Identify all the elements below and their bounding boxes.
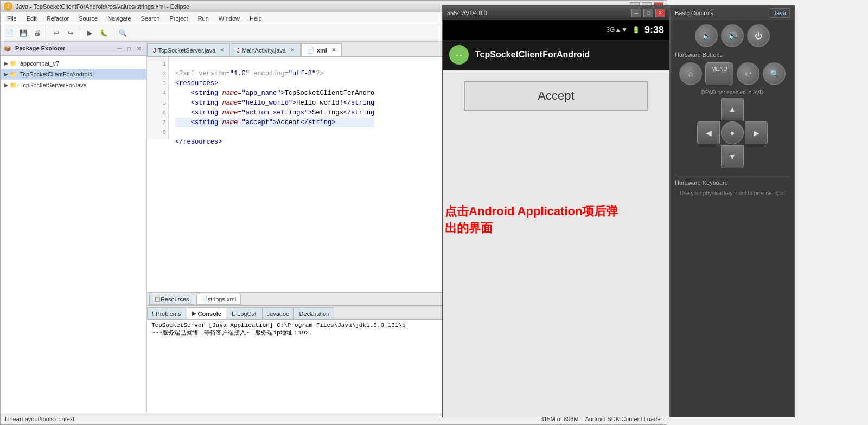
avd-title-bar: 5554:AVD4.0.0 ─ □ ✕	[443, 6, 669, 20]
home-button[interactable]: ⌂	[679, 62, 702, 85]
declaration-tab[interactable]: Declaration	[295, 307, 335, 319]
menu-file[interactable]: File	[3, 14, 21, 23]
tree-label: appcompat_v7	[20, 60, 59, 67]
tab-stringsxml[interactable]: 📄 xml ✕	[301, 43, 342, 56]
menu-project[interactable]: Project	[165, 14, 192, 23]
logcat-tab[interactable]: L LogCat	[227, 307, 261, 319]
controls-title-bar: Basic Controls Java	[671, 6, 794, 20]
android-icon	[449, 45, 469, 65]
tree-arrow: ▶	[3, 82, 9, 88]
debug-button[interactable]: 🐛	[97, 27, 110, 40]
phone-app-bar: TcpSocketClientForAndroid	[443, 40, 669, 70]
undo-button[interactable]: ↩	[50, 27, 63, 40]
battery-icon: 🔋	[632, 26, 640, 34]
annotation-overlay: 点击Android Application项后弹出的界面	[445, 203, 618, 237]
menu-button[interactable]: MENU	[705, 62, 733, 85]
nav-buttons-row: ⌂ MENU ↩ 🔍	[675, 62, 790, 85]
app-title: TcpSocketClientForAndroid	[475, 50, 590, 60]
menu-source[interactable]: Source	[74, 14, 102, 23]
javadoc-tab[interactable]: Javadoc	[262, 307, 294, 319]
back-button[interactable]: ↩	[737, 62, 760, 85]
sep3	[113, 28, 113, 38]
menu-search[interactable]: Search	[137, 14, 164, 23]
dpad-right-button[interactable]: ▶	[745, 121, 768, 144]
console-tab[interactable]: ▶ Console	[187, 307, 226, 319]
dpad-left-button[interactable]: ◀	[697, 121, 720, 144]
tree-item-tcpserver[interactable]: ▶ 📁 TcpSocketServerForJava	[1, 80, 146, 91]
minimize-panel-button[interactable]: ─	[115, 44, 124, 53]
menu-refactor[interactable]: Refactor	[42, 14, 74, 23]
menu-help[interactable]: Help	[245, 14, 266, 23]
phone-time: 9:38	[644, 24, 664, 36]
avd-maximize[interactable]: □	[643, 9, 653, 17]
dpad-note: DPAD not enabled in AVD	[675, 89, 790, 95]
svg-point-3	[460, 55, 461, 56]
package-explorer-title: 📦 Package Explorer	[4, 45, 115, 52]
svg-line-5	[462, 50, 463, 52]
menu-navigate[interactable]: Navigate	[103, 14, 135, 23]
controls-title-text: Basic Controls	[675, 10, 770, 16]
panel-actions: ─ □ ✕	[115, 44, 143, 53]
eclipse-icon: J	[4, 2, 12, 11]
accept-button[interactable]: Accept	[464, 81, 648, 111]
tree-label: TcpSocketServerForJava	[20, 82, 87, 88]
tree-arrow: ▶	[3, 61, 9, 66]
tree-label: TcpSocketClientForAndroid	[20, 71, 92, 78]
dpad-center-button[interactable]: ●	[721, 121, 744, 144]
print-button[interactable]: 🖨	[31, 27, 44, 40]
problems-tab[interactable]: ! Problems	[147, 307, 186, 319]
dpad-container: ▲ ◀ ● ▶ ▼	[675, 98, 790, 168]
avd-title: 5554:AVD4.0.0	[447, 10, 631, 16]
tree-area: ▶ 📁 appcompat_v7 ▶ 📁 TcpSocketClientForA…	[1, 56, 146, 414]
resources-tab[interactable]: 📋 Resources	[149, 294, 194, 305]
signal-icon: 3G▲▼	[606, 26, 628, 34]
volume-power-row: 🔈 🔊 ⏻	[675, 24, 790, 47]
tree-item-appcompat[interactable]: ▶ 📁 appcompat_v7	[1, 58, 146, 69]
tab-close-icon[interactable]: ✕	[331, 47, 336, 53]
sep1	[47, 28, 47, 38]
volume-up-button[interactable]: 🔊	[721, 24, 744, 47]
avd-minimize[interactable]: ─	[631, 9, 641, 17]
redo-button[interactable]: ↪	[64, 27, 77, 40]
java-tab[interactable]: Java	[770, 8, 790, 18]
sep2	[80, 28, 80, 38]
project-icon: 📁	[9, 81, 18, 89]
strings-xml-tab[interactable]: 📄 strings.xml	[196, 294, 241, 305]
phone-content: Accept	[443, 70, 669, 417]
maximize-panel-button[interactable]: □	[125, 44, 133, 53]
run-button[interactable]: ▶	[83, 27, 96, 40]
search-button[interactable]: 🔍	[763, 62, 786, 85]
avd-title-buttons: ─ □ ✕	[631, 9, 665, 17]
hardware-buttons-title: Hardware Buttons	[675, 51, 790, 58]
status-context: LinearLayout/tools:context	[5, 416, 74, 422]
menu-run[interactable]: Run	[194, 14, 213, 23]
svg-line-4	[455, 50, 456, 52]
dpad-corner-tl	[697, 98, 720, 120]
keyboard-title: Hardware Keyboard	[675, 179, 790, 186]
dpad-up-button[interactable]: ▲	[721, 98, 744, 120]
power-button[interactable]: ⏻	[747, 24, 770, 47]
code-content: <?xml version="1.0" encoding="utf-8"?> <…	[171, 57, 379, 159]
tab-tcpserver[interactable]: J TcpSocketServer.java ✕	[147, 43, 230, 56]
tree-item-tcpclient[interactable]: ▶ 📁 TcpSocketClientForAndroid	[1, 69, 146, 80]
volume-down-button[interactable]: 🔈	[695, 24, 718, 47]
tab-close-icon[interactable]: ✕	[290, 47, 295, 53]
svg-rect-1	[454, 54, 464, 59]
close-panel-button[interactable]: ✕	[135, 44, 143, 53]
tab-mainactivity[interactable]: J MainActivity.java ✕	[231, 43, 301, 56]
new-button[interactable]: 📄	[3, 27, 16, 40]
dpad-corner-bl	[697, 145, 720, 168]
package-explorer-header: 📦 Package Explorer ─ □ ✕	[1, 42, 146, 56]
keyboard-note: Use your physical keyboard to provide in…	[675, 190, 790, 196]
save-button[interactable]: 💾	[17, 27, 30, 40]
project-icon: 📁	[9, 59, 18, 68]
line-numbers: 12345678	[147, 57, 169, 139]
project-icon: 📁	[9, 70, 18, 79]
tab-close-icon[interactable]: ✕	[220, 47, 224, 53]
menu-edit[interactable]: Edit	[22, 14, 41, 23]
menu-window[interactable]: Window	[214, 14, 244, 23]
dpad-down-button[interactable]: ▼	[721, 145, 744, 168]
package-explorer-panel: 📦 Package Explorer ─ □ ✕ ▶ 📁 appcompat_v…	[1, 42, 147, 414]
avd-close[interactable]: ✕	[655, 9, 665, 17]
search-button[interactable]: 🔍	[116, 27, 129, 40]
